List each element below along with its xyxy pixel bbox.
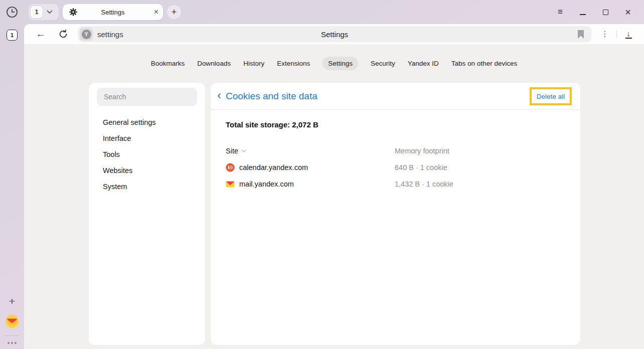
history-clock-icon[interactable] bbox=[6, 6, 19, 19]
mail-favicon bbox=[226, 180, 235, 188]
table-row-site-calendar[interactable]: calendar.yandex.com bbox=[226, 162, 395, 172]
sidebar-item-interface[interactable]: Interface bbox=[97, 130, 197, 146]
nav-yandex-id[interactable]: Yandex ID bbox=[408, 60, 439, 67]
settings-page: Bookmarks Downloads History Extensions S… bbox=[24, 44, 644, 349]
rail-more-icon[interactable] bbox=[8, 342, 17, 344]
address-bar[interactable]: Y settings Settings bbox=[78, 26, 591, 42]
sidebar-item-tools[interactable]: Tools bbox=[97, 146, 197, 162]
bookmark-icon[interactable] bbox=[577, 30, 584, 39]
chevron-down-icon[interactable] bbox=[43, 10, 57, 14]
toolbar-divider bbox=[616, 30, 617, 38]
new-tab-button[interactable]: + bbox=[167, 5, 181, 19]
site-favicon-badge: Y bbox=[80, 28, 93, 41]
window-controls: ≡ × bbox=[556, 8, 636, 16]
sidebar-item-system[interactable]: System bbox=[97, 179, 197, 195]
minimize-icon[interactable] bbox=[579, 8, 587, 16]
yandex-favicon: Y bbox=[82, 30, 91, 39]
total-storage-text: Total site storage: 2,072 B bbox=[226, 120, 565, 129]
sidebar-menu: General settings Interface Tools Website… bbox=[97, 114, 197, 195]
cookies-panel: ‹ Cookies and site data Delete all Total… bbox=[211, 83, 580, 345]
browser-toolbar: ← Y settings Settings ⋮ ↓ bbox=[24, 24, 644, 44]
rail-divider bbox=[6, 335, 19, 336]
search-input[interactable] bbox=[97, 88, 197, 106]
rail-bottom-group: + bbox=[5, 296, 19, 349]
kebab-menu-icon[interactable]: ⋮ bbox=[598, 28, 611, 41]
tab-close-icon[interactable]: × bbox=[154, 8, 158, 16]
yandex-mail-icon[interactable] bbox=[5, 314, 19, 328]
site-table: Site Memory footprint calendar.yandex.co… bbox=[226, 146, 565, 189]
sidebar-item-websites[interactable]: Websites bbox=[97, 162, 197, 179]
left-rail: 1 + bbox=[0, 24, 24, 349]
delete-all-label: Delete all bbox=[537, 93, 565, 100]
memory-column-header: Memory footprint bbox=[395, 146, 565, 156]
cookies-header: ‹ Cookies and site data Delete all bbox=[211, 83, 580, 110]
nav-downloads[interactable]: Downloads bbox=[197, 60, 231, 67]
tab-count-badge[interactable]: 1 bbox=[31, 6, 43, 18]
nav-bookmarks[interactable]: Bookmarks bbox=[151, 60, 185, 67]
cookies-body: Total site storage: 2,072 B Site Memory … bbox=[211, 110, 580, 189]
settings-nav: Bookmarks Downloads History Extensions S… bbox=[24, 44, 644, 70]
table-cell-memory: 640 B · 1 cookie bbox=[395, 162, 565, 172]
site-column-header[interactable]: Site bbox=[226, 146, 395, 156]
nav-extensions[interactable]: Extensions bbox=[277, 60, 310, 67]
tab-strip: 1 Settings × + ≡ × bbox=[0, 0, 644, 24]
nav-settings[interactable]: Settings bbox=[323, 57, 358, 70]
rail-tab-panel-button[interactable]: 1 bbox=[7, 30, 18, 41]
back-chevron-icon[interactable]: ‹ bbox=[217, 89, 221, 101]
calendar-favicon bbox=[226, 163, 235, 172]
browser-menu-icon[interactable]: ≡ bbox=[556, 8, 564, 16]
window-close-icon[interactable]: × bbox=[624, 8, 632, 16]
maximize-icon[interactable] bbox=[601, 8, 609, 16]
browser-tab-settings[interactable]: Settings × bbox=[63, 4, 163, 20]
table-row-site-mail[interactable]: mail.yandex.com bbox=[226, 179, 395, 189]
nav-tabs-other-devices[interactable]: Tabs on other devices bbox=[451, 60, 517, 67]
url-text: settings bbox=[97, 30, 123, 39]
download-icon[interactable]: ↓ bbox=[622, 28, 635, 41]
rail-add-icon[interactable]: + bbox=[9, 296, 15, 306]
nav-history[interactable]: History bbox=[243, 60, 264, 67]
sidebar-item-general-settings[interactable]: General settings bbox=[97, 114, 197, 130]
back-arrow-icon[interactable]: ← bbox=[34, 28, 47, 41]
omnibox-page-title: Settings bbox=[78, 30, 591, 39]
page-title: Cookies and site data bbox=[226, 91, 317, 102]
reload-icon[interactable] bbox=[57, 28, 70, 41]
sort-chevron-icon bbox=[241, 149, 246, 153]
tab-group-control[interactable]: 1 bbox=[29, 4, 59, 20]
settings-sidebar: General settings Interface Tools Website… bbox=[89, 83, 205, 345]
delete-all-button[interactable]: Delete all bbox=[530, 87, 572, 105]
nav-security[interactable]: Security bbox=[371, 60, 395, 67]
table-cell-memory: 1,432 B · 1 cookie bbox=[395, 179, 565, 189]
tab-title: Settings bbox=[63, 9, 163, 16]
